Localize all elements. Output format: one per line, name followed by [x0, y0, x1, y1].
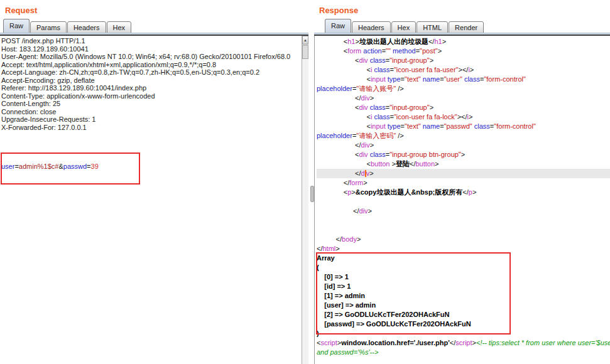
code-token: >: [368, 207, 372, 215]
code-token: h1: [434, 38, 442, 45]
code-token: body: [342, 235, 357, 243]
code-token: name: [423, 122, 440, 130]
code-token: "user": [444, 75, 462, 83]
tab-render[interactable]: Render: [449, 21, 484, 34]
code-line: </div>: [317, 141, 610, 150]
code-token: class: [370, 104, 386, 111]
request-tab-strip: [0, 33, 308, 36]
code-token: >: [357, 235, 361, 243]
tab-headers[interactable]: Headers: [352, 21, 391, 34]
code-token: "post": [420, 47, 438, 55]
code-line: [1, 139, 302, 147]
response-raw-editor[interactable]: <h1>垃圾出题人出的垃圾题</h1> <form action="" meth…: [314, 36, 610, 364]
code-token: (: [317, 264, 319, 271]
code-line: Host: 183.129.189.60:10041: [1, 45, 302, 53]
tab-params[interactable]: Params: [30, 21, 67, 34]
code-token: 垃圾出题人出的垃圾题: [359, 38, 428, 45]
code-line: [user] => admin: [317, 301, 610, 310]
code-token: />: [396, 85, 404, 92]
code-token: >: [430, 56, 433, 64]
code-token: div: [359, 104, 368, 111]
code-token: </: [317, 207, 359, 215]
code-line: Accept-Encoding: gzip, deflate: [1, 77, 302, 85]
code-line: </div>: [317, 206, 610, 216]
code-token: ): [317, 329, 319, 337]
code-line: Array: [317, 254, 610, 263]
code-token: class: [370, 56, 386, 64]
scroll-up-arrow-icon[interactable]: ▲: [302, 36, 308, 45]
code-token: Accept: text/html,application/xhtml+xml,…: [1, 61, 216, 68]
code-token: form: [349, 179, 363, 186]
code-token: POST /index.php HTTP/1.1: [1, 37, 85, 45]
code-token: <: [317, 151, 359, 158]
request-scrollbar[interactable]: ▲: [302, 36, 308, 364]
code-line: ): [317, 329, 610, 338]
code-token: input: [371, 75, 386, 83]
code-line: </div>: [317, 94, 610, 103]
code-token: >: [442, 38, 446, 45]
code-line: </html>: [317, 244, 610, 254]
tab-raw[interactable]: Raw: [3, 19, 30, 33]
code-line: [2] => GoODLUcKcTFer202OHAckFuN: [317, 310, 610, 319]
tab-raw[interactable]: Raw: [325, 19, 351, 33]
code-token: button: [415, 160, 435, 168]
code-line: [passwd] => GoODLUcKcTFer202OHAckFuN: [317, 319, 610, 329]
response-panel: Response RawHeadersHexHTMLRender <h1>垃圾出…: [314, 0, 610, 364]
code-token: Content-Type: application/x-www-form-url…: [1, 92, 155, 100]
code-token: />: [396, 132, 404, 139]
tab-hex[interactable]: Hex: [391, 21, 417, 34]
code-token: "": [386, 47, 391, 55]
code-token: "input-group btn-group": [389, 151, 461, 158]
code-token: [1] => admin: [317, 292, 365, 299]
response-panel-title: Response: [314, 0, 610, 19]
code-token: method: [393, 47, 416, 55]
request-scrollbar-thumb[interactable]: [302, 45, 308, 59]
code-line: Accept: text/html,application/xhtml+xml,…: [1, 61, 302, 69]
code-token: >: [370, 141, 374, 149]
code-token: [passwd] => GoODLUcKcTFer202OHAckFuN: [317, 320, 471, 328]
code-token: </: [462, 188, 468, 196]
code-token: >: [369, 169, 373, 177]
code-line: [1, 131, 302, 139]
panel-splitter-handle[interactable]: [310, 186, 314, 202]
code-line: <script>window.location.href='./user.php…: [317, 338, 610, 348]
code-line: [1] => admin: [317, 291, 610, 301]
code-line: placeholder="请输入账号" />: [317, 84, 610, 94]
code-token: "text": [405, 122, 421, 130]
code-token: >: [461, 151, 465, 158]
code-line: <i class="icon-user fa fa-lock"></i>: [317, 112, 610, 122]
code-token: [user] => admin: [317, 301, 376, 309]
code-line: <button >登陆</button>: [317, 159, 610, 169]
tab-html[interactable]: HTML: [417, 21, 448, 34]
code-token: "form-control": [494, 122, 536, 130]
code-token: "icon-user fa fa-user": [394, 66, 459, 73]
code-token: window.location.href='./user.php': [341, 339, 450, 346]
code-token: Accept-Encoding: gzip, deflate: [1, 77, 95, 84]
code-token: placeholder: [317, 85, 352, 92]
code-line: <form action="" method="post">: [317, 46, 610, 56]
tab-hex[interactable]: Hex: [107, 21, 132, 34]
code-line: <div class="input-group">: [317, 103, 610, 112]
code-line: <div class="input-group btn-group">: [317, 150, 610, 159]
code-line: </form>: [317, 178, 610, 188]
request-raw-editor[interactable]: POST /index.php HTTP/1.1Host: 183.129.18…: [0, 36, 302, 364]
code-line: <div class="input-group">: [317, 56, 610, 65]
code-token: >: [363, 179, 367, 186]
code-token: "icon-user fa fa-lock": [394, 113, 457, 120]
code-line: <i class="icon-user fa fa-user"></i>: [317, 65, 610, 75]
code-token: h1: [347, 38, 355, 45]
code-token: div: [359, 56, 368, 64]
code-line: [317, 225, 610, 235]
code-token: 登陆: [396, 160, 410, 168]
code-line: and passwd='%s'-->: [317, 348, 610, 357]
request-panel: Request RawParamsHeadersHex POST /index.…: [0, 0, 308, 364]
code-token: "passwd": [444, 122, 472, 130]
code-token: html: [322, 245, 335, 252]
code-line: POST /index.php HTTP/1.1: [1, 37, 302, 45]
code-token: "input-group": [389, 104, 429, 111]
code-token: >: [435, 160, 438, 168]
tab-headers[interactable]: Headers: [67, 21, 106, 34]
code-token: Upgrade-Insecure-Requests: 1: [1, 115, 95, 123]
code-token: passwd: [63, 163, 87, 170]
code-token: >: [370, 94, 374, 102]
